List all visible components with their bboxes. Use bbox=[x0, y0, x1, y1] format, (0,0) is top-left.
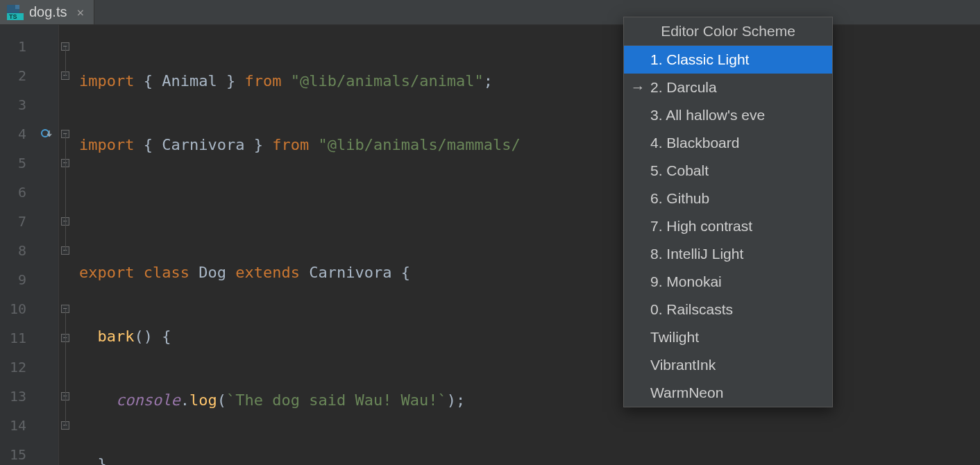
color-scheme-item-label: 2. Darcula bbox=[650, 79, 717, 96]
gutter-mark bbox=[35, 32, 58, 61]
color-scheme-item[interactable]: →2. Darcula bbox=[624, 74, 832, 101]
color-scheme-item-label: 7. High contrast bbox=[650, 218, 752, 235]
svg-text:TS: TS bbox=[9, 13, 17, 20]
line-number-gutter: 1 2 3 4 5 6 7 8 9 10 11 12 13 14 15 bbox=[0, 25, 35, 465]
code-line bbox=[79, 194, 521, 223]
gutter-mark bbox=[35, 236, 58, 265]
color-scheme-item[interactable]: 4. Blackboard bbox=[624, 129, 832, 157]
line-number: 10 bbox=[0, 294, 35, 323]
code-line: import { Carnivora } from "@lib/animals/… bbox=[79, 130, 521, 160]
gutter-mark bbox=[35, 382, 58, 411]
color-scheme-item-label: 4. Blackboard bbox=[650, 135, 739, 151]
code-line: } bbox=[79, 450, 521, 465]
line-number: 5 bbox=[0, 149, 35, 178]
line-number: 3 bbox=[0, 90, 35, 119]
line-number: 4 bbox=[0, 119, 35, 149]
color-scheme-item[interactable]: Twilight bbox=[624, 323, 832, 351]
line-number: 14 bbox=[0, 411, 35, 440]
gutter-mark bbox=[35, 149, 58, 178]
color-scheme-item[interactable]: WarmNeon bbox=[624, 379, 832, 407]
line-number: 2 bbox=[0, 61, 35, 90]
color-scheme-item[interactable]: 1. Classic Light bbox=[624, 46, 832, 74]
color-scheme-item-label: VibrantInk bbox=[650, 357, 716, 373]
line-number: 6 bbox=[0, 178, 35, 207]
override-gutter-icon[interactable] bbox=[35, 119, 58, 149]
line-number: 8 bbox=[0, 236, 35, 265]
gutter-mark bbox=[35, 294, 58, 323]
line-number: 13 bbox=[0, 382, 35, 411]
line-number: 11 bbox=[0, 323, 35, 353]
gutter-mark bbox=[35, 440, 58, 465]
color-scheme-popup: Editor Color Scheme 1. Classic Light→2. … bbox=[623, 17, 833, 407]
code-line: import { Animal } from "@lib/animals/ani… bbox=[79, 67, 521, 96]
gutter-mark bbox=[35, 178, 58, 207]
color-scheme-item[interactable]: 8. IntelliJ Light bbox=[624, 240, 832, 268]
color-scheme-item-label: 3. All hallow's eve bbox=[650, 107, 765, 124]
svg-point-4 bbox=[42, 130, 49, 137]
tab-bar: TS dog.ts × bbox=[0, 0, 980, 25]
popup-title: Editor Color Scheme bbox=[624, 17, 832, 46]
gutter-mark bbox=[35, 323, 58, 353]
file-tab[interactable]: TS dog.ts × bbox=[0, 0, 94, 24]
color-scheme-item[interactable]: 3. All hallow's eve bbox=[624, 101, 832, 129]
color-scheme-item-label: Twilight bbox=[650, 329, 699, 346]
typescript-file-icon: TS bbox=[7, 5, 24, 20]
color-scheme-item-label: 9. Monokai bbox=[650, 273, 722, 290]
code-line: bark() { bbox=[79, 322, 521, 351]
file-tab-label: dog.ts bbox=[29, 4, 67, 20]
line-number: 1 bbox=[0, 32, 35, 61]
gutter-mark bbox=[35, 353, 58, 382]
color-scheme-item[interactable]: 5. Cobalt bbox=[624, 157, 832, 185]
color-scheme-item[interactable]: VibrantInk bbox=[624, 351, 832, 379]
color-scheme-item[interactable]: 6. Github bbox=[624, 185, 832, 212]
line-number: 9 bbox=[0, 265, 35, 294]
color-scheme-item-label: 5. Cobalt bbox=[650, 162, 709, 179]
color-scheme-item-label: 0. Railscasts bbox=[650, 301, 733, 318]
close-icon[interactable]: × bbox=[76, 5, 84, 19]
gutter-mark bbox=[35, 90, 58, 119]
line-number: 7 bbox=[0, 207, 35, 236]
line-number: 15 bbox=[0, 440, 35, 465]
code-line: export class Dog extends Carnivora { bbox=[79, 258, 521, 287]
line-number: 12 bbox=[0, 353, 35, 382]
color-scheme-item-label: 8. IntelliJ Light bbox=[650, 246, 743, 262]
gutter-mark bbox=[35, 207, 58, 236]
editor-area: 1 2 3 4 5 6 7 8 9 10 11 12 13 14 15 bbox=[0, 25, 980, 465]
color-scheme-item-label: 1. Classic Light bbox=[650, 51, 749, 68]
gutter-mark bbox=[35, 61, 58, 90]
color-scheme-item-label: 6. Github bbox=[650, 190, 709, 207]
gutter-marks bbox=[35, 25, 58, 465]
current-scheme-arrow-icon: → bbox=[630, 79, 646, 96]
svg-rect-3 bbox=[15, 5, 19, 9]
color-scheme-item[interactable]: 7. High contrast bbox=[624, 212, 832, 240]
gutter-mark bbox=[35, 265, 58, 294]
code-area[interactable]: import { Animal } from "@lib/animals/ani… bbox=[71, 25, 521, 465]
color-scheme-item[interactable]: 0. Railscasts bbox=[624, 296, 832, 323]
color-scheme-item-label: WarmNeon bbox=[650, 384, 723, 401]
code-line: console.log(`The dog said Wau! Wau!`); bbox=[79, 386, 521, 415]
gutter-mark bbox=[35, 411, 58, 440]
color-scheme-item[interactable]: 9. Monokai bbox=[624, 268, 832, 296]
fold-column: − − − − − − − − − − bbox=[58, 25, 71, 465]
